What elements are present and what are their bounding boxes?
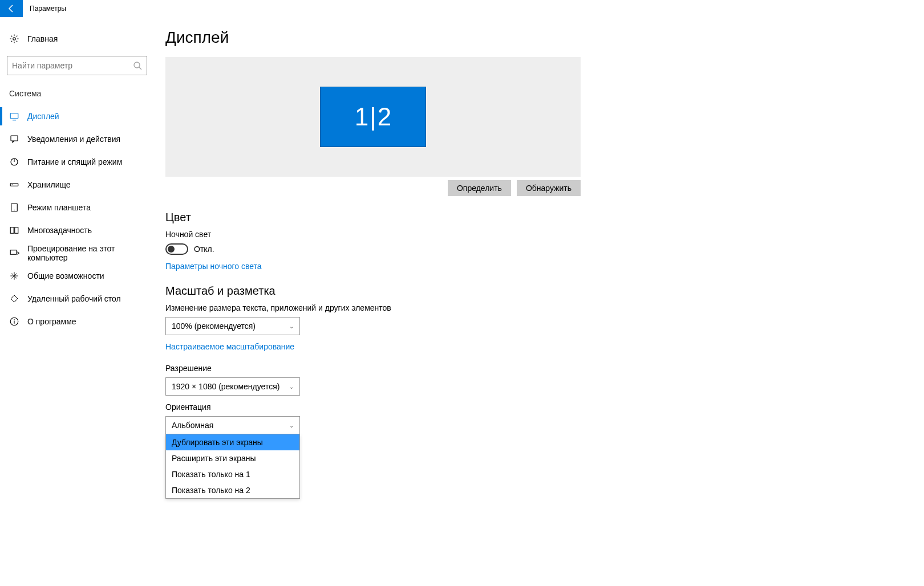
main-content: Дисплей 1|2 Определить Обнаружить Цвет Н… <box>154 17 924 586</box>
chevron-down-icon: ⌄ <box>289 422 294 429</box>
orientation-dropdown[interactable]: Альбомная ⌄ <box>165 416 300 434</box>
info-icon <box>9 316 19 327</box>
sidebar-item-about[interactable]: О программе <box>0 310 154 333</box>
sidebar-home[interactable]: Главная <box>0 27 154 50</box>
svg-rect-12 <box>10 227 14 234</box>
sidebar-item-notifications[interactable]: Уведомления и действия <box>0 128 154 150</box>
sidebar-home-label: Главная <box>27 34 58 43</box>
svg-rect-14 <box>10 250 17 255</box>
window-title: Параметры <box>30 5 66 13</box>
svg-line-2 <box>139 67 141 70</box>
night-light-settings-link[interactable]: Параметры ночного света <box>165 262 262 271</box>
color-heading: Цвет <box>165 211 901 224</box>
multi-display-option[interactable]: Показать только на 1 <box>166 466 299 482</box>
sidebar-item-label: Режим планшета <box>27 203 91 212</box>
sidebar-item-shared[interactable]: Общие возможности <box>0 264 154 287</box>
sidebar: Главная Система Дисплей Уведомления и де… <box>0 17 154 586</box>
svg-point-1 <box>134 62 140 68</box>
shared-icon <box>9 271 19 281</box>
display-preview-area[interactable]: 1|2 <box>165 57 581 177</box>
remote-desktop-icon <box>9 294 19 304</box>
multi-display-dropdown-list: Дублировать эти экраны Расширить эти экр… <box>165 434 300 499</box>
scale-label: Изменение размера текста, приложений и д… <box>165 303 901 312</box>
sidebar-item-remote[interactable]: Удаленный рабочий стол <box>0 287 154 310</box>
custom-scaling-link[interactable]: Настраиваемое масштабирование <box>165 342 294 351</box>
monitor-icon <box>9 111 19 121</box>
sidebar-section-label: Система <box>0 86 154 101</box>
search-icon <box>133 61 142 70</box>
tablet-icon <box>9 202 19 213</box>
svg-point-9 <box>12 184 13 185</box>
projecting-icon <box>9 248 19 258</box>
sidebar-item-label: Общие возможности <box>27 271 104 280</box>
sidebar-item-multitasking[interactable]: Многозадачность <box>0 219 154 242</box>
chevron-down-icon: ⌄ <box>289 384 294 390</box>
notification-icon <box>9 134 19 144</box>
sidebar-item-label: Проецирование на этот компьютер <box>27 244 145 262</box>
orientation-dropdown-value: Альбомная <box>172 421 213 430</box>
sidebar-item-label: Уведомления и действия <box>27 135 120 144</box>
arrow-left-icon <box>7 4 16 13</box>
multi-display-option[interactable]: Дублировать эти экраны <box>166 434 299 450</box>
scale-dropdown[interactable]: 100% (рекомендуется) ⌄ <box>165 317 300 335</box>
sidebar-item-display[interactable]: Дисплей <box>0 105 154 128</box>
power-icon <box>9 157 19 167</box>
identify-button[interactable]: Определить <box>448 180 511 196</box>
svg-rect-3 <box>10 113 18 119</box>
titlebar: Параметры <box>0 0 924 17</box>
night-light-toggle[interactable] <box>165 243 188 255</box>
sidebar-item-label: О программе <box>27 317 76 326</box>
sidebar-item-power[interactable]: Питание и спящий режим <box>0 150 154 173</box>
search-box[interactable] <box>7 56 147 75</box>
storage-icon <box>9 180 19 190</box>
detect-button[interactable]: Обнаружить <box>517 180 581 196</box>
multi-display-option[interactable]: Показать только на 2 <box>166 482 299 498</box>
resolution-label: Разрешение <box>165 364 901 373</box>
chevron-down-icon: ⌄ <box>289 323 294 329</box>
sidebar-item-label: Дисплей <box>27 112 59 121</box>
search-input[interactable] <box>12 61 133 70</box>
svg-rect-5 <box>11 136 18 141</box>
sidebar-item-label: Хранилище <box>27 180 71 189</box>
sidebar-item-storage[interactable]: Хранилище <box>0 173 154 196</box>
night-light-label: Ночной свет <box>165 230 901 239</box>
svg-rect-8 <box>10 184 18 186</box>
scale-heading: Масштаб и разметка <box>165 284 901 298</box>
orientation-label: Ориентация <box>165 402 901 412</box>
sidebar-item-label: Многозадачность <box>27 226 92 235</box>
svg-point-17 <box>14 319 15 320</box>
svg-point-11 <box>14 210 15 211</box>
scale-dropdown-value: 100% (рекомендуется) <box>172 322 256 331</box>
sidebar-item-projecting[interactable]: Проецирование на этот компьютер <box>0 242 154 264</box>
sidebar-item-label: Удаленный рабочий стол <box>27 294 121 303</box>
page-title: Дисплей <box>165 29 901 47</box>
resolution-dropdown-value: 1920 × 1080 (рекомендуется) <box>172 382 279 391</box>
monitor-label: 1|2 <box>355 103 391 131</box>
sidebar-item-tablet[interactable]: Режим планшета <box>0 196 154 219</box>
sidebar-item-label: Питание и спящий режим <box>27 157 122 166</box>
svg-point-0 <box>13 38 16 40</box>
multitasking-icon <box>9 225 19 235</box>
back-button[interactable] <box>0 0 23 17</box>
svg-rect-13 <box>15 227 18 234</box>
home-gear-icon <box>9 34 19 44</box>
resolution-dropdown[interactable]: 1920 × 1080 (рекомендуется) ⌄ <box>165 377 300 396</box>
multi-display-option[interactable]: Расширить эти экраны <box>166 450 299 466</box>
toggle-state-label: Откл. <box>194 245 214 254</box>
monitor-thumbnail[interactable]: 1|2 <box>320 87 426 147</box>
